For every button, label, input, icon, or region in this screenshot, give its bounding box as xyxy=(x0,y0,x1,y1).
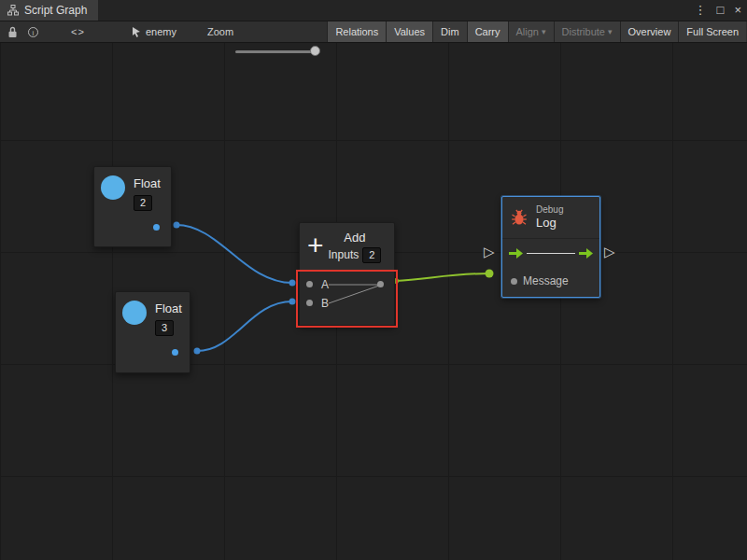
zoom-slider[interactable] xyxy=(235,50,319,53)
dim-button[interactable]: Dim xyxy=(432,21,467,42)
float-value-field[interactable]: 2 xyxy=(134,195,152,211)
inputs-count-field[interactable]: 2 xyxy=(362,247,381,263)
message-input-port[interactable] xyxy=(511,278,517,285)
zoom-label: Zoom xyxy=(207,21,233,42)
code-view-icon[interactable]: <> xyxy=(71,21,85,42)
node-title: Log xyxy=(536,216,563,231)
port-a-label: A xyxy=(321,278,329,291)
carry-button[interactable]: Carry xyxy=(467,21,508,42)
float-output-port[interactable] xyxy=(153,224,160,231)
plus-icon: + xyxy=(307,231,324,259)
distribute-button[interactable]: Distribute▾ xyxy=(554,21,620,42)
flow-output-arrow-icon[interactable] xyxy=(579,248,593,259)
input-port-b[interactable] xyxy=(306,300,313,306)
inputs-label: Inputs xyxy=(329,248,359,261)
float-type-icon xyxy=(122,301,147,325)
node-title: Float xyxy=(134,176,161,190)
message-port-label: Message xyxy=(523,274,569,287)
flow-port-out-icon[interactable]: ▷ xyxy=(604,245,615,259)
toolbar-buttons: Relations Values Dim Carry Align▾ Distri… xyxy=(327,21,746,42)
tab-title: Script Graph xyxy=(24,4,87,17)
node-add[interactable]: + Add Inputs 2 A B xyxy=(299,222,395,326)
node-title: Float xyxy=(155,301,182,315)
relation-lines xyxy=(300,271,396,325)
unity-graph-window: Script Graph ⋮ □ × i <> enemy Zoom 1x xyxy=(0,0,747,560)
info-icon[interactable]: i xyxy=(28,21,38,42)
script-machine-icon xyxy=(132,21,142,42)
window-controls: ⋮ □ × xyxy=(695,0,741,21)
overview-button[interactable]: Overview xyxy=(620,21,679,42)
graph-toolbar: i <> enemy Zoom 1x Relations Values Dim … xyxy=(0,21,747,43)
chevron-down-icon: ▾ xyxy=(542,27,546,36)
zoom-slider-handle[interactable] xyxy=(310,46,320,56)
align-button[interactable]: Align▾ xyxy=(508,21,554,42)
relations-button[interactable]: Relations xyxy=(327,21,386,42)
values-button[interactable]: Values xyxy=(386,21,432,42)
tab-script-graph[interactable]: Script Graph xyxy=(0,0,98,21)
port-b-label: B xyxy=(321,297,329,310)
menu-icon[interactable]: ⋮ xyxy=(695,0,707,21)
flow-port-in-icon[interactable]: ▷ xyxy=(484,245,495,259)
float-output-port[interactable] xyxy=(172,349,178,356)
result-output-port[interactable] xyxy=(377,281,384,287)
maximize-icon[interactable]: □ xyxy=(717,0,725,21)
node-title: Add xyxy=(344,231,365,245)
fullscreen-button[interactable]: Full Screen xyxy=(678,21,746,42)
flow-input-arrow-icon[interactable] xyxy=(509,248,523,259)
float-value-field[interactable]: 3 xyxy=(155,320,174,336)
chevron-down-icon: ▾ xyxy=(608,27,613,36)
input-port-a[interactable] xyxy=(306,281,313,287)
add-ports-section: A B xyxy=(300,270,394,325)
node-debug-log[interactable]: Debug Log Message xyxy=(501,196,600,298)
bug-icon xyxy=(511,209,528,226)
node-float-3[interactable]: Float 3 xyxy=(115,291,190,373)
node-float-2[interactable]: Float 2 xyxy=(93,166,172,247)
lock-icon[interactable] xyxy=(7,21,18,42)
close-icon[interactable]: × xyxy=(734,0,741,21)
graph-name[interactable]: enemy xyxy=(146,21,176,42)
float-type-icon xyxy=(101,175,125,200)
node-category: Debug xyxy=(536,204,563,216)
title-bar: Script Graph ⋮ □ × xyxy=(0,0,747,21)
flow-relation-line xyxy=(527,253,575,254)
graph-tab-icon xyxy=(7,5,19,16)
